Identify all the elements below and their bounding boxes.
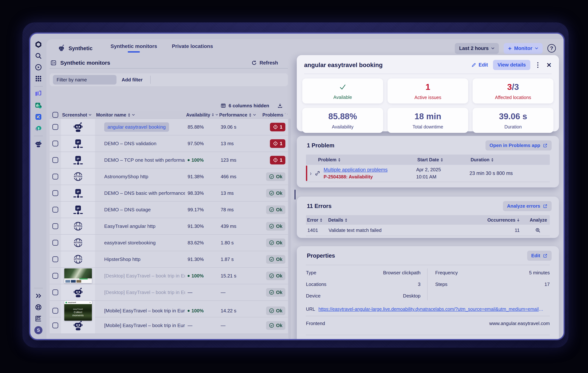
monitor-name-link[interactable]: [Mobile] EasyTravel – book trip in Europ… <box>104 323 185 328</box>
problem-link[interactable]: Multiple application problems <box>324 167 388 173</box>
analyze-errors-button[interactable]: Analyze errors <box>503 201 552 211</box>
table-row[interactable]: [Desktop] EasyTravel – book trip in Euro… <box>50 268 288 284</box>
table-row[interactable]: IPDEMO – DNS outage99.17%78 msOk <box>50 202 288 218</box>
ok-badge[interactable]: Ok <box>266 206 285 214</box>
table-row[interactable]: IPDEMO – TCP one host with performance t… <box>50 152 288 168</box>
column-header-duration[interactable]: Duration <box>470 157 550 162</box>
download-icon[interactable] <box>277 103 283 108</box>
table-row[interactable]: HTTP/SEasyTravel angular http91.30%439 m… <box>50 218 288 235</box>
time-range-selector[interactable]: Last 2 hours <box>455 43 499 54</box>
ok-badge[interactable]: Ok <box>266 272 285 280</box>
monitor-name-link[interactable]: angular easytravel booking <box>104 122 169 132</box>
view-details-button[interactable]: View details <box>493 60 530 70</box>
open-in-problems-app-button[interactable]: Open in Problems app <box>485 140 552 150</box>
expand-icon[interactable] <box>34 292 43 300</box>
column-header-screenshot[interactable]: Screenshot <box>61 112 95 118</box>
monitor-name-link[interactable]: [Mobile] EasyTravel – book trip in Europ… <box>104 308 185 314</box>
tab-synthetic-monitors[interactable]: Synthetic monitors <box>110 42 158 55</box>
ok-badge[interactable]: Ok <box>266 307 285 315</box>
monitor-name-link[interactable]: AstronomyShop http <box>104 174 148 179</box>
edit-properties-button[interactable]: Edit <box>527 251 552 261</box>
monitor-name-link[interactable]: HipsterShop http <box>104 257 140 262</box>
monitor-name-link[interactable]: DEMO – DNS validation <box>104 141 156 146</box>
problems-badge[interactable]: 1 <box>270 156 285 165</box>
search-icon[interactable] <box>34 52 43 60</box>
column-header-problems[interactable]: Problems <box>261 112 288 118</box>
monitor-name-link[interactable]: DEMO – TCP one host with performance thr… <box>104 157 185 163</box>
row-checkbox[interactable] <box>52 322 58 328</box>
monitor-name-link[interactable]: DEMO – DNS basic with performance thresh… <box>104 190 185 196</box>
observability-app-icon[interactable] <box>34 90 43 98</box>
row-checkbox[interactable] <box>52 124 58 130</box>
add-monitor-button[interactable]: + Monitor <box>504 43 543 54</box>
table-row[interactable]: [Desktop] EasyTravel – book trip in Euro… <box>50 284 288 301</box>
ok-badge[interactable]: Ok <box>266 189 285 197</box>
help-button[interactable]: ? <box>547 44 556 52</box>
edit-button[interactable]: Edit <box>471 62 488 68</box>
table-row[interactable]: HTTP/SHipsterShop http91.30%1.87 sOk <box>50 251 288 268</box>
row-checkbox[interactable] <box>52 308 58 314</box>
row-checkbox[interactable] <box>52 190 58 196</box>
usage-chart-icon[interactable] <box>34 314 43 323</box>
analytics-app-icon[interactable] <box>34 101 43 110</box>
row-checkbox[interactable] <box>52 207 58 213</box>
problem-row[interactable]: › Multiple application problems P-250438… <box>306 165 550 182</box>
column-header-performance[interactable]: Performance <box>218 112 261 118</box>
row-checkbox[interactable] <box>52 273 58 279</box>
table-row[interactable]: IPDEMO – DNS basic with performance thre… <box>50 185 288 202</box>
monitor-name-link[interactable]: [Desktop] EasyTravel – book trip in Euro… <box>104 273 185 279</box>
monitor-name-link[interactable]: DEMO – DNS outage <box>104 207 151 213</box>
problems-badge[interactable]: 1 <box>270 123 285 131</box>
table-scrollbar[interactable] <box>288 118 291 339</box>
monitor-name-link[interactable]: EasyTravel angular http <box>104 223 156 229</box>
refresh-button[interactable]: Refresh <box>251 60 287 66</box>
column-header-details[interactable]: Details <box>327 217 484 223</box>
column-header-monitor-name[interactable]: Monitor name <box>95 112 185 118</box>
row-checkbox[interactable] <box>52 256 58 262</box>
help-ring-icon[interactable] <box>34 303 43 311</box>
table-row[interactable]: HTTP/Seasytravel storebooking83.62%1.80 … <box>50 235 288 251</box>
column-header-error[interactable]: Error <box>306 217 327 223</box>
monitor-name-link[interactable]: [Desktop] EasyTravel – book trip in Euro… <box>104 290 185 295</box>
column-header-occurrences[interactable]: Occurrences <box>484 217 526 223</box>
magnifier-plus-icon[interactable] <box>526 228 550 233</box>
row-checkbox[interactable] <box>52 174 58 179</box>
row-checkbox[interactable] <box>52 141 58 146</box>
monitor-url-link[interactable]: https://easytravel-angular-large.live.de… <box>318 307 545 312</box>
row-checkbox[interactable] <box>52 223 58 229</box>
table-row[interactable]: easytravel≡easyTravelCollectmoments[Mobi… <box>50 301 288 317</box>
synthetic-robot-icon[interactable] <box>34 139 43 148</box>
close-icon[interactable]: ✕ <box>545 61 553 69</box>
ok-badge[interactable]: Ok <box>266 238 285 247</box>
more-options-icon[interactable] <box>536 61 540 69</box>
workflow-app-icon[interactable] <box>34 113 43 121</box>
select-all-checkbox[interactable] <box>52 112 58 118</box>
row-checkbox[interactable] <box>52 290 58 295</box>
ok-badge[interactable]: Ok <box>266 321 285 330</box>
table-row[interactable]: angular easytravel booking85.88%39.06 s1 <box>50 119 288 135</box>
ok-badge[interactable]: Ok <box>266 172 285 181</box>
problems-badge[interactable]: 1 <box>270 139 285 148</box>
column-header-availability[interactable]: Availability <box>185 112 218 118</box>
ok-badge[interactable]: Ok <box>266 255 285 264</box>
expand-chevron-icon[interactable]: › <box>310 170 311 177</box>
add-filter-button[interactable]: Add filter <box>122 77 145 83</box>
session-app-icon[interactable] <box>34 124 43 133</box>
drawer-scrollbar-thumb[interactable] <box>294 190 295 199</box>
tab-private-locations[interactable]: Private locations <box>171 42 213 55</box>
table-row[interactable]: HTTP/SAstronomyShop http91.38%466 msOk <box>50 168 288 185</box>
avatar[interactable]: S <box>34 326 42 334</box>
filter-by-name-dropdown[interactable]: Filter by name <box>53 75 116 84</box>
columns-hidden-button[interactable]: 6 columns hidden <box>220 103 269 109</box>
column-header-start-date[interactable]: Start Date <box>416 157 470 162</box>
table-row[interactable]: IPDEMO – DNS validation97.50%13 ms1 <box>50 135 288 152</box>
column-header-problem[interactable]: Problem <box>306 157 416 162</box>
app-switcher[interactable]: Synthetic <box>58 44 93 52</box>
apps-grid-icon[interactable] <box>34 74 43 83</box>
monitor-name-link[interactable]: easytravel storebooking <box>104 240 156 246</box>
play-circle-icon[interactable] <box>34 63 43 72</box>
ok-badge[interactable]: Ok <box>266 222 285 231</box>
row-checkbox[interactable] <box>52 157 58 163</box>
ok-badge[interactable]: Ok <box>266 288 285 297</box>
row-checkbox[interactable] <box>52 240 58 246</box>
